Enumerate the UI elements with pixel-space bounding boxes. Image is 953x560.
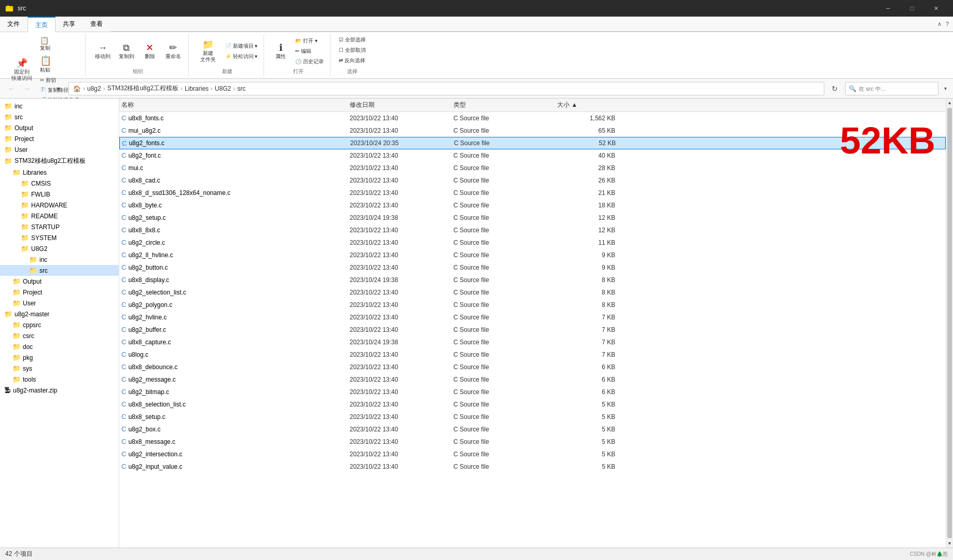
move-to-button[interactable]: → 移动到 [92, 42, 114, 61]
paste-button[interactable]: 📋 粘贴 [38, 54, 81, 75]
sidebar-item-u8g2[interactable]: 📁U8G2 [0, 243, 119, 254]
sidebar-item-libraries[interactable]: 📁Libraries [0, 167, 119, 178]
easy-access-button[interactable]: ⚡ 轻松访问 ▾ [223, 52, 260, 61]
tab-share[interactable]: 共享 [56, 17, 83, 32]
forward-button[interactable]: → [20, 81, 34, 96]
table-row[interactable]: C u8g2_font.c 2023/10/22 13:40 C Source … [119, 149, 946, 162]
address-bar[interactable]: 🏠 › u8g2 › STM32移植u8g2工程模板 › Libraries ›… [68, 82, 824, 95]
tab-home[interactable]: 主页 [27, 17, 56, 32]
table-row[interactable]: C u8x8_message.c 2023/10/22 13:40 C Sour… [119, 436, 946, 448]
select-none-button[interactable]: ☐ 全部取消 [337, 46, 368, 55]
sidebar-item-system[interactable]: 📁SYSTEM [0, 232, 119, 243]
table-row[interactable]: C u8x8_selection_list.c 2023/10/22 13:40… [119, 398, 946, 411]
breadcrumb-stm32[interactable]: STM32移植u8g2工程模板 [107, 84, 178, 93]
copy-button[interactable]: 📋 复制 [38, 35, 81, 53]
sidebar-item-u8g2-master[interactable]: 📁u8g2-master [0, 309, 119, 319]
table-row[interactable]: C mui_u8g2.c 2023/10/22 13:40 C Source f… [119, 124, 946, 137]
table-row[interactable]: C u8x8_display.c 2023/10/24 19:38 C Sour… [119, 274, 946, 286]
sidebar-item-doc[interactable]: 📁doc [0, 341, 119, 352]
sidebar-item-hardware[interactable]: 📁HARDWARE [0, 200, 119, 211]
sidebar-item-csrc[interactable]: 📁csrc [0, 330, 119, 341]
table-row[interactable]: C u8g2_box.c 2023/10/22 13:40 C Source f… [119, 423, 946, 436]
sidebar-item-inc[interactable]: 📁inc [0, 254, 119, 265]
sidebar-item-stm32移植u8g2工程模板[interactable]: 📁STM32移植u8g2工程模板 [0, 155, 119, 167]
edit-button[interactable]: ✏ 编辑 [293, 47, 326, 56]
new-item-button[interactable]: 📄 新建项目 ▾ [223, 41, 260, 51]
breadcrumb-libraries[interactable]: Libraries [185, 85, 209, 92]
sidebar-item-cppsrc[interactable]: 📁cppsrc [0, 319, 119, 330]
table-row[interactable]: C u8g2_ll_hvline.c 2023/10/22 13:40 C So… [119, 249, 946, 261]
open-button[interactable]: 📂 打开 ▾ [293, 36, 326, 46]
properties-button[interactable]: ℹ 属性 [270, 42, 291, 61]
table-row[interactable]: C u8g2_bitmap.c 2023/10/22 13:40 C Sourc… [119, 386, 946, 398]
sidebar-item-fwlib[interactable]: 📁FWLIB [0, 189, 119, 200]
close-button[interactable]: ✕ [924, 0, 948, 17]
delete-button[interactable]: ✕ 删除 [140, 42, 160, 61]
vertical-scrollbar[interactable]: ▲ ▼ [946, 99, 953, 548]
invert-selection-button[interactable]: ⇄ 反向选择 [337, 56, 367, 65]
pin-button[interactable]: 📌 固定到快速访问 [7, 58, 36, 82]
rename-button[interactable]: ✏ 重命名 [162, 42, 184, 61]
scroll-down-button[interactable]: ▼ [946, 539, 953, 548]
col-size-header[interactable]: 大小 ▲ [557, 101, 619, 109]
col-name-header[interactable]: 名称 [121, 101, 350, 109]
table-row[interactable]: C u8x8_d_ssd1306_128x64_noname.c 2023/10… [119, 187, 946, 199]
sidebar-item-project[interactable]: 📁Project [0, 287, 119, 298]
breadcrumb-u8g2[interactable]: u8g2 [87, 85, 101, 92]
sidebar-item-project[interactable]: 📁Project [0, 133, 119, 144]
table-row[interactable]: C u8x8_8x8.c 2023/10/22 13:40 C Source f… [119, 224, 946, 236]
table-row[interactable]: C u8x8_cad.c 2023/10/22 13:40 C Source f… [119, 174, 946, 187]
breadcrumb-u8g2-folder[interactable]: U8G2 [215, 85, 231, 92]
sidebar-item-inc[interactable]: 📁inc [0, 101, 119, 111]
sidebar-item-output[interactable]: 📁Output [0, 276, 119, 287]
history-button[interactable]: 🕒 历史记录 [293, 57, 326, 66]
select-all-button[interactable]: ☑ 全部选择 [337, 35, 368, 45]
col-type-header[interactable]: 类型 [453, 101, 557, 109]
table-row[interactable]: C u8g2_button.c 2023/10/22 13:40 C Sourc… [119, 261, 946, 274]
sidebar-item-tools[interactable]: 📁tools [0, 374, 119, 385]
tab-view[interactable]: 查看 [83, 17, 111, 32]
scroll-thumb[interactable] [947, 108, 952, 538]
help-icon[interactable]: ? [946, 21, 949, 27]
table-row[interactable]: C u8g2_intersection.c 2023/10/22 13:40 C… [119, 448, 946, 460]
search-input[interactable] [859, 86, 935, 92]
table-row[interactable]: C u8g2_message.c 2023/10/22 13:40 C Sour… [119, 373, 946, 386]
sidebar-item-user[interactable]: 📁User [0, 298, 119, 309]
table-row[interactable]: C u8x8_capture.c 2023/10/24 19:38 C Sour… [119, 336, 946, 348]
sidebar-item-cmsis[interactable]: 📁CMSIS [0, 178, 119, 189]
table-row[interactable]: C mui.c 2023/10/22 13:40 C Source file 2… [119, 162, 946, 174]
address-dropdown[interactable]: ▾ [942, 86, 949, 91]
table-row[interactable]: C u8x8_setup.c 2023/10/22 13:40 C Source… [119, 411, 946, 423]
up-button[interactable]: ↑ [35, 81, 50, 96]
dropdown-button[interactable]: ▾ [51, 81, 65, 96]
breadcrumb-src[interactable]: src [237, 85, 245, 92]
sidebar-item-pkg[interactable]: 📁pkg [0, 352, 119, 363]
sidebar-item-src[interactable]: 📁src [0, 265, 119, 276]
table-row[interactable]: C u8x8_debounce.c 2023/10/22 13:40 C Sou… [119, 361, 946, 373]
sidebar-item-user[interactable]: 📁User [0, 144, 119, 155]
table-row[interactable]: C u8g2_circle.c 2023/10/22 13:40 C Sourc… [119, 236, 946, 249]
table-row[interactable]: C u8g2_buffer.c 2023/10/22 13:40 C Sourc… [119, 324, 946, 336]
minimize-button[interactable]: ─ [876, 0, 900, 17]
table-row[interactable]: C u8g2_setup.c 2023/10/24 19:38 C Source… [119, 212, 946, 224]
table-row[interactable]: C u8x8_byte.c 2023/10/22 13:40 C Source … [119, 199, 946, 212]
table-row[interactable]: C u8g2_fonts.c 2023/10/24 20:35 C Source… [119, 137, 946, 149]
table-row[interactable]: C u8g2_selection_list.c 2023/10/22 13:40… [119, 286, 946, 299]
table-row[interactable]: C u8g2_hvline.c 2023/10/22 13:40 C Sourc… [119, 311, 946, 324]
sidebar-item-readme[interactable]: 📁README [0, 211, 119, 221]
table-row[interactable]: C u8g2_polygon.c 2023/10/22 13:40 C Sour… [119, 299, 946, 311]
table-row[interactable]: C u8log.c 2023/10/22 13:40 C Source file… [119, 348, 946, 361]
back-button[interactable]: ← [4, 81, 19, 96]
table-row[interactable]: C u8g2_input_value.c 2023/10/22 13:40 C … [119, 460, 946, 473]
maximize-button[interactable]: □ [900, 0, 924, 17]
new-folder-button[interactable]: 📁 新建文件夹 [195, 39, 221, 64]
sidebar-item-src[interactable]: 📁src [0, 111, 119, 122]
sidebar-item-sys[interactable]: 📁sys [0, 363, 119, 374]
sidebar-item-output[interactable]: 📁Output [0, 122, 119, 133]
sidebar-item-u8g2-master.zip[interactable]: 🗜u8g2-master.zip [0, 385, 119, 396]
copy-to-button[interactable]: ⧉ 复制到 [116, 42, 137, 61]
ribbon-collapse-icon[interactable]: ∧ [937, 21, 942, 27]
col-date-header[interactable]: 修改日期 [350, 101, 453, 109]
scroll-up-button[interactable]: ▲ [946, 99, 953, 107]
search-box[interactable]: 🔍 [845, 82, 938, 95]
